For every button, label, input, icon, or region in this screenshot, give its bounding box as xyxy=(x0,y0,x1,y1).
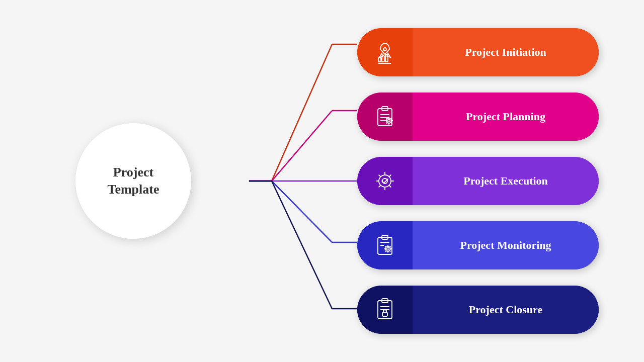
svg-line-31 xyxy=(386,123,386,123)
center-label: Project Template xyxy=(107,164,159,198)
svg-line-8 xyxy=(272,181,332,242)
svg-line-38 xyxy=(379,175,381,177)
monitoring-icon xyxy=(372,232,398,258)
svg-line-55 xyxy=(385,251,386,251)
closure-label: Project Closure xyxy=(413,286,599,334)
planning-label: Project Planning xyxy=(413,93,599,141)
execution-label: Project Execution xyxy=(413,157,599,205)
initiation-icon xyxy=(372,39,398,65)
closure-icon-bg xyxy=(357,286,413,334)
closure-icon xyxy=(372,297,398,323)
monitoring-label: Project Monitoring xyxy=(413,221,599,269)
svg-rect-15 xyxy=(382,56,384,62)
svg-rect-14 xyxy=(378,58,381,62)
svg-line-52 xyxy=(385,246,386,247)
svg-point-13 xyxy=(383,48,386,51)
diagram: Project Template xyxy=(45,10,599,352)
planning-icon xyxy=(372,104,398,130)
svg-line-1 xyxy=(272,44,332,181)
card-monitoring: Project Monitoring xyxy=(357,221,599,269)
svg-line-29 xyxy=(391,123,391,123)
center-circle: Project Template xyxy=(75,123,191,239)
svg-point-47 xyxy=(387,248,389,250)
svg-line-41 xyxy=(379,185,381,187)
svg-rect-42 xyxy=(378,237,392,254)
execution-icon-bg xyxy=(357,157,413,205)
svg-point-23 xyxy=(388,120,390,122)
card-planning: Project Planning xyxy=(357,93,599,141)
svg-line-39 xyxy=(389,185,391,187)
card-execution: Project Execution xyxy=(357,157,599,205)
svg-line-53 xyxy=(390,251,390,251)
planning-icon-bg xyxy=(357,93,413,141)
monitoring-icon-bg xyxy=(357,221,413,269)
initiation-icon-bg xyxy=(357,28,413,76)
svg-point-46 xyxy=(385,246,390,251)
svg-point-22 xyxy=(386,118,391,123)
card-closure: Project Closure xyxy=(357,286,599,334)
card-initiation: Project Initiation xyxy=(357,28,599,76)
svg-line-11 xyxy=(272,181,332,309)
cards-container: Project Initiation xyxy=(357,10,599,352)
svg-rect-60 xyxy=(382,312,387,316)
svg-line-4 xyxy=(272,111,332,181)
initiation-label: Project Initiation xyxy=(413,28,599,76)
svg-line-28 xyxy=(386,118,386,118)
execution-icon xyxy=(372,168,398,194)
svg-line-40 xyxy=(389,175,391,177)
svg-line-30 xyxy=(391,118,391,118)
svg-rect-16 xyxy=(385,54,388,62)
svg-line-54 xyxy=(390,246,390,247)
